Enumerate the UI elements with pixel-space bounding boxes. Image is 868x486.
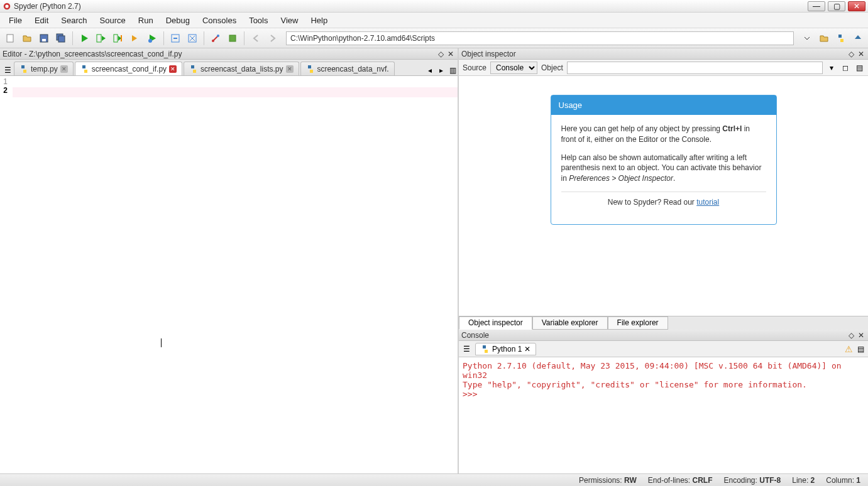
menu-debug[interactable]: Debug (160, 14, 196, 27)
source-select[interactable]: Console (490, 62, 537, 74)
svg-point-9 (148, 39, 152, 43)
forward-button[interactable] (265, 31, 280, 46)
tab-variable-explorer[interactable]: Variable explorer (532, 316, 608, 330)
inspector-content: Usage Here you can get help of any objec… (459, 76, 868, 316)
parent-dir-button[interactable] (850, 31, 865, 46)
editor-tab-temp[interactable]: temp.py ✕ (14, 62, 74, 75)
window-titlebar: Spyder (Python 2.7) — ▢ ✕ (0, 0, 868, 13)
tabs-split-button[interactable]: ▥ (448, 65, 458, 75)
back-button[interactable] (248, 31, 263, 46)
tabs-scroll-right-button[interactable]: ▸ (436, 65, 446, 75)
console-tab-label: Python 1 (492, 345, 522, 354)
spyder-icon (3, 2, 11, 11)
svg-rect-4 (42, 39, 46, 41)
inspector-toolbar: Source Console Object ▾ ◻ ▤ (459, 60, 868, 76)
save-button[interactable] (36, 31, 52, 46)
usage-tutorial-line: New to Spyder? Read our tutorial (561, 197, 766, 208)
console-output[interactable]: Python 2.7.10 (default, May 23 2015, 09:… (459, 357, 868, 473)
svg-point-12 (212, 40, 214, 42)
run-cell-advance-button[interactable] (111, 31, 126, 46)
tutorial-link[interactable]: tutorial (696, 198, 719, 207)
step-button[interactable] (168, 31, 183, 46)
debug-button[interactable] (145, 31, 160, 46)
line-number: 2 (0, 86, 8, 95)
status-column: Column: 1 (826, 476, 860, 485)
lock-button[interactable]: ◻ (840, 63, 850, 73)
menubar: File Edit Search Source Run Debug Consol… (0, 13, 868, 28)
pythonpath-button[interactable] (225, 31, 240, 46)
preferences-button[interactable] (208, 31, 223, 46)
tab-list-button[interactable]: ☰ (3, 65, 13, 75)
tab-close-icon[interactable]: ✕ (169, 65, 177, 73)
usage-header: Usage (551, 95, 776, 115)
console-list-button[interactable]: ☰ (461, 344, 471, 354)
source-label: Source (463, 63, 486, 72)
tab-file-explorer[interactable]: File explorer (608, 316, 668, 330)
editor-tab-data-lists[interactable]: screencast_data_lists.py ✕ (184, 62, 299, 75)
svg-rect-2 (7, 35, 13, 42)
pane-undock-button[interactable]: ◇ (847, 331, 855, 340)
menu-run[interactable]: Run (132, 14, 160, 27)
usage-paragraph-1: Here you can get help of any object by p… (561, 124, 766, 145)
inspector-pane-title-text: Object inspector (461, 50, 516, 58)
menu-file[interactable]: File (3, 14, 28, 27)
pane-undock-button[interactable]: ◇ (436, 50, 445, 58)
object-input[interactable] (567, 62, 823, 74)
run-button[interactable] (77, 31, 92, 46)
editor-pane-title-text: Editor - Z:\python_screencasts\screencas… (3, 50, 182, 58)
python-icon[interactable] (833, 31, 849, 46)
tab-close-icon[interactable]: ✕ (60, 65, 68, 73)
run-cell-button[interactable] (94, 31, 109, 46)
browse-dir-button[interactable] (816, 31, 832, 46)
open-file-button[interactable] (19, 31, 35, 46)
window-title: Spyder (Python 2.7) (14, 2, 808, 11)
status-line: Line: 2 (792, 476, 815, 485)
pane-undock-button[interactable]: ◇ (847, 50, 855, 58)
pane-close-button[interactable]: ✕ (446, 50, 455, 58)
svg-point-1 (5, 4, 8, 8)
tab-close-icon[interactable]: ✕ (286, 65, 294, 73)
menu-source[interactable]: Source (94, 14, 132, 27)
inspector-pane-title: Object inspector ◇ ✕ (459, 48, 868, 60)
tabs-scroll-left-button[interactable]: ◂ (425, 65, 435, 75)
usage-box: Usage Here you can get help of any objec… (551, 95, 777, 225)
toolbar-separator (163, 31, 164, 45)
status-permissions: Permissions: RW (579, 476, 637, 485)
new-file-button[interactable] (3, 31, 18, 46)
console-tabs: ☰ Python 1 ✕ ⚠ ▤ (459, 341, 868, 357)
svg-rect-6 (58, 36, 65, 42)
statusbar: Permissions: RW End-of-lines: CRLF Encod… (0, 473, 868, 486)
working-directory-input[interactable] (286, 31, 794, 45)
menu-edit[interactable]: Edit (28, 14, 55, 27)
python-icon (481, 345, 490, 354)
editor-tab-cond-if[interactable]: screencast_cond_if.py ✕ (75, 62, 182, 75)
menu-tools[interactable]: Tools (243, 14, 274, 27)
menu-consoles[interactable]: Consoles (196, 14, 243, 27)
pane-close-button[interactable]: ✕ (857, 50, 865, 58)
close-button[interactable]: ✕ (848, 1, 865, 11)
toolbar-separator (204, 31, 204, 45)
tab-object-inspector[interactable]: Object inspector (459, 316, 532, 330)
menu-view[interactable]: View (275, 14, 305, 27)
tab-close-icon[interactable]: ✕ (524, 345, 530, 354)
console-tab-python1[interactable]: Python 1 ✕ (475, 343, 536, 355)
maximize-button[interactable]: ▢ (828, 1, 845, 11)
console-pane: Console ◇ ✕ ☰ Python 1 ✕ ⚠ ▤ Python 2.7.… (459, 330, 868, 473)
code-editor[interactable]: 1 2 (0, 76, 458, 473)
save-all-button[interactable] (53, 31, 69, 46)
console-options-button[interactable]: ▤ (855, 344, 865, 354)
maximize-pane-button[interactable] (185, 31, 200, 46)
options-button[interactable]: ▤ (854, 63, 864, 73)
minimize-button[interactable]: — (808, 1, 825, 11)
editor-pane: Editor - Z:\python_screencasts\screencas… (0, 48, 459, 473)
editor-tab-data-nvf[interactable]: screencast_data_nvf. (300, 62, 395, 75)
console-pane-title-text: Console (461, 331, 489, 340)
code-area[interactable] (10, 76, 458, 473)
object-dropdown-button[interactable]: ▾ (827, 63, 837, 73)
menu-help[interactable]: Help (304, 14, 334, 27)
path-dropdown-button[interactable] (799, 31, 815, 46)
run-selection-button[interactable] (128, 31, 143, 46)
editor-pane-title: Editor - Z:\python_screencasts\screencas… (0, 48, 458, 60)
menu-search[interactable]: Search (55, 14, 93, 27)
pane-close-button[interactable]: ✕ (857, 331, 865, 340)
